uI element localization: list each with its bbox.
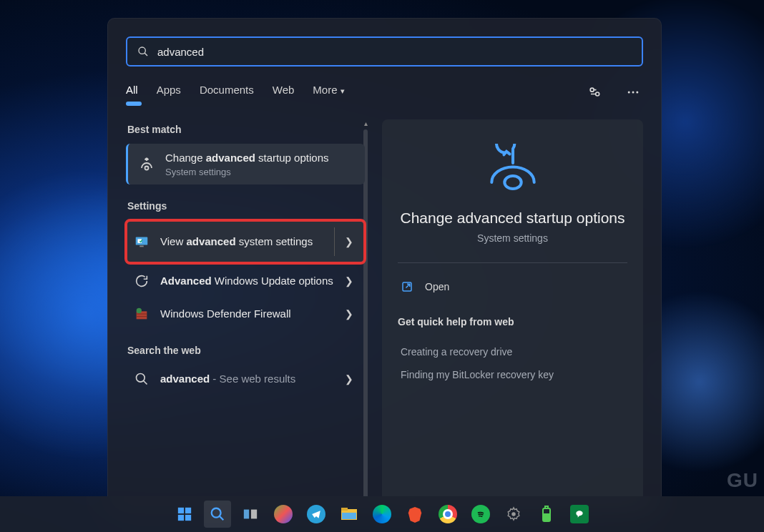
svg-rect-26	[251, 510, 257, 519]
svg-rect-22	[185, 515, 191, 521]
result-title: Windows Defender Firewall	[160, 307, 339, 321]
tab-apps[interactable]: Apps	[157, 84, 181, 102]
watermark: GU	[727, 469, 758, 492]
result-title: View advanced system settings	[160, 235, 331, 249]
taskbar-start[interactable]	[171, 501, 198, 528]
svg-rect-32	[545, 506, 548, 508]
startup-icon	[137, 156, 157, 173]
svg-point-15	[137, 374, 145, 383]
taskbar-chrome[interactable]	[434, 501, 461, 528]
search-panel: advanced All Apps Documents Web More ▾ ▴…	[107, 18, 662, 515]
expand-chevron-icon[interactable]: ❯	[334, 227, 359, 256]
system-settings-icon	[132, 234, 152, 250]
svg-rect-29	[342, 513, 356, 519]
tab-more[interactable]: More ▾	[313, 84, 344, 102]
taskbar-spotify[interactable]	[467, 501, 494, 528]
search-icon	[137, 46, 149, 57]
preview-pane: Change advanced startup options System s…	[382, 119, 643, 509]
quick-help-label: Get quick help from web	[398, 316, 627, 327]
search-input[interactable]: advanced	[126, 36, 643, 66]
help-link-recovery-drive[interactable]: Creating a recovery drive	[398, 340, 627, 363]
svg-rect-25	[244, 510, 249, 519]
results-column: ▴ Best match Change advanced startup opt…	[126, 119, 369, 509]
svg-point-30	[511, 512, 516, 516]
result-web-search[interactable]: advanced - See web results ❯	[126, 365, 365, 393]
taskbar-edge[interactable]	[368, 501, 396, 528]
result-subtitle: System settings	[165, 167, 359, 177]
expand-chevron-icon[interactable]: ❯	[339, 308, 359, 320]
svg-point-14	[137, 308, 142, 313]
tab-documents[interactable]: Documents	[200, 84, 254, 102]
update-icon	[132, 273, 152, 289]
svg-rect-21	[178, 515, 184, 521]
taskbar-battery[interactable]	[533, 501, 560, 528]
expand-chevron-icon[interactable]: ❯	[339, 275, 359, 287]
section-settings: Settings	[127, 200, 365, 212]
section-best-match: Best match	[127, 124, 365, 135]
result-defender-firewall[interactable]: Windows Defender Firewall ❯	[126, 299, 365, 329]
preview-startup-icon	[398, 144, 627, 195]
taskbar-taskview[interactable]	[237, 501, 264, 528]
preview-title: Change advanced startup options	[398, 210, 627, 227]
taskbar-brave[interactable]	[401, 501, 428, 528]
tab-all[interactable]: All	[126, 84, 138, 102]
svg-rect-20	[185, 508, 191, 513]
open-action[interactable]: Open	[398, 276, 627, 297]
section-web: Search the web	[127, 345, 365, 356]
search-options-icon[interactable]	[584, 82, 604, 102]
taskbar-hangouts[interactable]	[566, 501, 593, 528]
taskbar-settings[interactable]	[500, 501, 527, 528]
result-best-match[interactable]: Change advanced startup options System s…	[126, 144, 365, 184]
result-title: Change advanced startup options	[165, 151, 359, 165]
more-options-icon[interactable]	[623, 82, 643, 102]
svg-point-2	[590, 88, 594, 92]
svg-point-6	[636, 92, 638, 94]
svg-point-23	[212, 508, 221, 518]
taskbar-explorer[interactable]	[336, 501, 363, 528]
search-query-text: advanced	[157, 46, 204, 58]
search-icon	[132, 372, 152, 386]
result-advanced-windows-update[interactable]: Advanced Windows Update options ❯	[126, 266, 365, 296]
svg-point-0	[139, 47, 145, 54]
result-title: advanced - See web results	[160, 372, 339, 386]
result-title: Advanced Windows Update options	[160, 274, 339, 288]
svg-point-5	[632, 92, 635, 94]
preview-subtitle: System settings	[398, 232, 627, 244]
svg-line-1	[145, 53, 147, 56]
chevron-down-icon: ▾	[341, 87, 345, 95]
svg-point-3	[596, 92, 599, 96]
taskbar	[0, 496, 764, 532]
svg-line-16	[144, 381, 147, 385]
taskbar-telegram[interactable]	[303, 501, 330, 528]
divider	[398, 262, 627, 263]
open-icon	[401, 280, 413, 293]
taskbar-app-1[interactable]	[270, 501, 297, 528]
expand-chevron-icon[interactable]: ❯	[339, 373, 359, 385]
filter-tabs: All Apps Documents Web More ▾	[126, 82, 643, 102]
svg-line-24	[220, 516, 224, 521]
svg-rect-28	[341, 508, 348, 511]
open-label: Open	[425, 281, 449, 292]
svg-point-4	[628, 92, 630, 94]
firewall-icon	[132, 306, 152, 322]
result-view-advanced-system[interactable]: View advanced system settings ❯	[126, 220, 365, 263]
help-link-bitlocker-key[interactable]: Finding my BitLocker recovery key	[398, 363, 627, 386]
svg-point-17	[504, 176, 521, 189]
taskbar-search[interactable]	[204, 501, 231, 528]
svg-rect-33	[544, 514, 549, 520]
svg-rect-10	[139, 246, 144, 247]
scroll-up-icon: ▴	[361, 119, 371, 127]
tab-web[interactable]: Web	[273, 84, 295, 102]
svg-rect-19	[178, 508, 184, 513]
svg-point-7	[145, 166, 149, 169]
